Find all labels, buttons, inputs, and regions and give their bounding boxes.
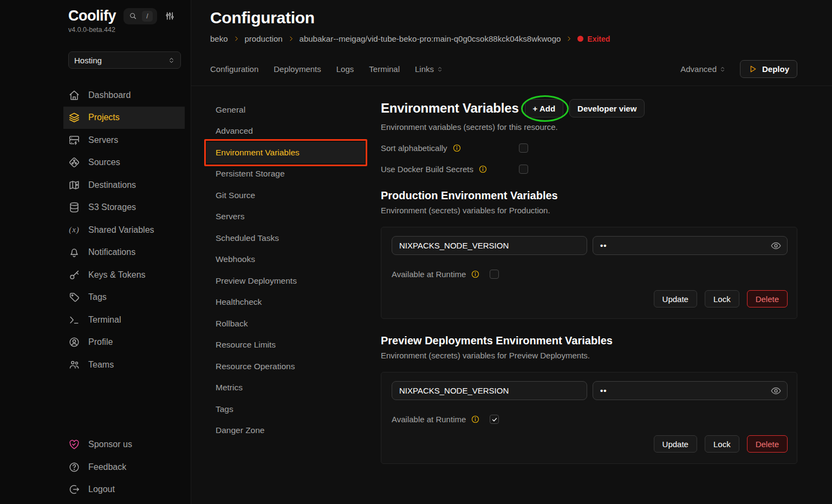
preview-variable-card: Available at Runtime Update Lock Delete xyxy=(381,372,797,464)
play-icon xyxy=(748,64,757,74)
sidebar-item-sponsor[interactable]: Sponsor us xyxy=(63,434,185,456)
sidebar-nav: Dashboard Projects Servers Sources Desti… xyxy=(68,84,185,376)
breadcrumb-resource[interactable]: abubakar--meigag/vid-tube-beko-pro:main-… xyxy=(300,34,561,43)
docker-build-secrets-checkbox[interactable] xyxy=(519,165,528,174)
layers-icon xyxy=(68,112,80,123)
heart-icon xyxy=(68,438,80,450)
subnav-item-webhooks[interactable]: Webhooks xyxy=(210,249,365,271)
subnav-item-scheduled-tasks[interactable]: Scheduled Tasks xyxy=(210,227,365,249)
subnav-item-advanced[interactable]: Advanced xyxy=(210,121,365,142)
env-variables-panel: Environment Variables + Add Developer vi… xyxy=(381,99,797,464)
sidebar-item-sources[interactable]: Sources xyxy=(63,152,185,174)
subnav-item-preview-deployments[interactable]: Preview Deployments xyxy=(210,270,365,292)
subnav-item-servers[interactable]: Servers xyxy=(210,206,365,228)
info-icon xyxy=(452,143,461,153)
delete-button[interactable]: Delete xyxy=(747,290,788,307)
variable-value-input[interactable] xyxy=(593,236,788,255)
tab-configuration[interactable]: Configuration xyxy=(210,64,258,74)
page-title: Configuration xyxy=(210,9,797,27)
deploy-button[interactable]: Deploy xyxy=(740,60,797,78)
sidebar-item-destinations[interactable]: Destinations xyxy=(63,174,185,197)
git-fork-icon xyxy=(68,156,80,168)
breadcrumb-project[interactable]: beko xyxy=(210,34,228,43)
variable-key-input[interactable] xyxy=(392,236,587,255)
sidebar-item-notifications[interactable]: Notifications xyxy=(63,241,185,264)
advanced-dropdown[interactable]: Advanced xyxy=(680,64,726,74)
chevron-right-icon xyxy=(288,35,295,42)
sidebar-item-terminal[interactable]: Terminal xyxy=(63,309,185,331)
tab-terminal[interactable]: Terminal xyxy=(369,64,400,74)
subnav-item-persistent-storage[interactable]: Persistent Storage xyxy=(210,163,365,185)
subnav-item-environment-variables[interactable]: Environment Variables xyxy=(206,142,365,163)
subnav-item-healthcheck[interactable]: Healthcheck xyxy=(210,292,365,313)
tab-logs[interactable]: Logs xyxy=(336,64,354,74)
available-at-runtime-checkbox[interactable] xyxy=(490,270,499,279)
sidebar-item-logout[interactable]: Logout xyxy=(63,479,185,501)
sidebar-item-projects[interactable]: Projects xyxy=(63,107,185,129)
sidebar-item-profile[interactable]: Profile xyxy=(63,331,185,354)
developer-view-button[interactable]: Developer view xyxy=(569,99,645,117)
production-section-title: Production Environment Variables xyxy=(381,189,797,202)
subnav-item-resource-limits[interactable]: Resource Limits xyxy=(210,335,365,356)
bell-icon xyxy=(68,246,80,258)
tag-icon xyxy=(68,291,80,303)
app-logo: Coolify xyxy=(68,8,116,24)
sidebar-item-servers[interactable]: Servers xyxy=(63,129,185,152)
map-icon xyxy=(68,179,80,191)
tabs-bar: Configuration Deployments Logs Terminal … xyxy=(191,60,832,78)
sidebar-item-tags[interactable]: Tags xyxy=(63,286,185,309)
variable-value-input[interactable] xyxy=(593,381,788,400)
subnav-item-metrics[interactable]: Metrics xyxy=(210,377,365,399)
preview-section-subtitle: Environment (secrets) variables for Prev… xyxy=(381,351,797,360)
available-at-runtime-label: Available at Runtime xyxy=(392,270,466,279)
subnav-item-general[interactable]: General xyxy=(210,99,365,121)
subnav-item-resource-operations[interactable]: Resource Operations xyxy=(210,356,365,377)
available-at-runtime-checkbox[interactable] xyxy=(490,415,499,424)
sort-alphabetically-label: Sort alphabetically xyxy=(381,143,447,153)
chevron-updown-icon xyxy=(719,66,726,73)
sort-alphabetically-checkbox[interactable] xyxy=(519,143,528,153)
tab-deployments[interactable]: Deployments xyxy=(274,64,321,74)
chevron-right-icon xyxy=(566,35,573,42)
users-icon xyxy=(68,359,80,371)
server-icon xyxy=(68,134,80,146)
subnav-item-git-source[interactable]: Git Source xyxy=(210,185,365,206)
info-icon xyxy=(471,270,480,279)
eye-icon[interactable] xyxy=(770,240,782,251)
eye-icon[interactable] xyxy=(770,385,782,396)
settings-sliders-icon[interactable] xyxy=(165,11,175,21)
sidebar-item-shared-variables[interactable]: (x) Shared Variables xyxy=(63,219,185,241)
add-variable-button[interactable]: + Add xyxy=(525,99,564,117)
subnav-item-rollback[interactable]: Rollback xyxy=(210,313,365,335)
sidebar-item-feedback[interactable]: Feedback xyxy=(63,456,185,479)
docker-build-secrets-label: Use Docker Build Secrets xyxy=(381,165,473,174)
chevron-updown-icon xyxy=(437,66,443,73)
main-area: Configuration beko production abubakar--… xyxy=(191,0,832,504)
variable-icon: (x) xyxy=(68,224,80,236)
delete-button[interactable]: Delete xyxy=(747,435,788,453)
sidebar-item-teams[interactable]: Teams xyxy=(63,354,185,376)
sidebar-item-s3-storages[interactable]: S3 Storages xyxy=(63,197,185,219)
lock-button[interactable]: Lock xyxy=(705,290,739,307)
slash-shortcut-key: / xyxy=(142,11,153,22)
update-button[interactable]: Update xyxy=(654,435,697,453)
lock-button[interactable]: Lock xyxy=(705,435,739,453)
search-icon xyxy=(129,12,137,20)
update-button[interactable]: Update xyxy=(654,290,697,307)
sidebar-item-keys-tokens[interactable]: Keys & Tokens xyxy=(63,264,185,286)
sidebar-item-dashboard[interactable]: Dashboard xyxy=(63,84,185,107)
sidebar: Coolify / v4.0.0-beta.442 Hosting xyxy=(0,0,191,504)
variable-key-input[interactable] xyxy=(392,381,587,400)
search-button[interactable]: / xyxy=(123,8,157,24)
subnav-item-tags[interactable]: Tags xyxy=(210,398,365,420)
user-circle-icon xyxy=(68,336,80,348)
breadcrumb-environment[interactable]: production xyxy=(245,34,283,43)
info-icon xyxy=(478,165,487,174)
subnav-item-danger-zone[interactable]: Danger Zone xyxy=(210,420,365,442)
chevron-updown-icon xyxy=(168,57,175,64)
terminal-icon xyxy=(68,314,80,326)
team-select[interactable]: Hosting xyxy=(68,51,181,69)
tab-links[interactable]: Links xyxy=(415,64,443,74)
logout-icon xyxy=(68,483,80,495)
settings-subnav: General Advanced Environment Variables P… xyxy=(210,99,365,464)
